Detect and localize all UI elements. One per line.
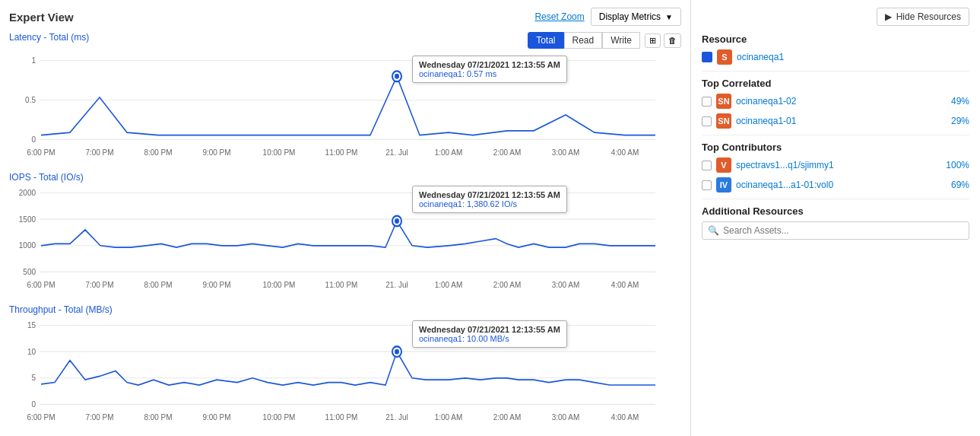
resource-section-header: Resource [702,33,969,45]
svg-text:10: 10 [27,346,36,356]
additional-resources-header: Additional Resources [702,205,969,217]
svg-text:3:00 AM: 3:00 AM [552,412,580,422]
svg-text:0: 0 [31,399,36,409]
reset-zoom-button[interactable]: Reset Zoom [534,11,584,22]
throughput-chart-title: Throughput - Total (MB/s) [9,304,681,315]
svg-text:3:00 AM: 3:00 AM [552,147,580,157]
hide-resources-button[interactable]: ▶ Hide Resources [877,8,969,26]
contrib-badge-0: V [716,158,731,173]
corr-pct-1: 29% [951,116,969,126]
copy-button[interactable]: ⊞ [645,33,661,48]
search-icon: 🔍 [708,225,719,236]
top-correlated-header: Top Correlated [702,78,969,89]
svg-text:11:00 PM: 11:00 PM [325,147,358,157]
display-metrics-button[interactable]: Display Metrics ▼ [591,8,681,26]
svg-text:2:00 AM: 2:00 AM [493,412,522,422]
contrib-pct-0: 100% [946,160,969,170]
tab-read[interactable]: Read [564,32,603,49]
svg-text:21. Jul: 21. Jul [385,412,408,422]
svg-text:11:00 PM: 11:00 PM [325,279,358,289]
svg-point-60 [395,349,399,355]
contrib-link-0[interactable]: spectravs1...q1/sjimmy1 [736,160,834,170]
latency-chart-title: Latency - Total (ms) [9,32,89,43]
svg-text:9:00 PM: 9:00 PM [202,279,230,289]
svg-text:2:00 AM: 2:00 AM [493,279,522,289]
svg-text:1:00 AM: 1:00 AM [435,147,463,157]
corr-link-0[interactable]: ocinaneqa1-02 [736,96,796,107]
corr-badge-1: SN [716,113,731,129]
svg-text:4:00 AM: 4:00 AM [611,279,639,289]
svg-text:7:00 PM: 7:00 PM [85,412,113,422]
iops-chart-title: IOPS - Total (IO/s) [9,172,681,183]
display-metrics-label: Display Metrics [599,11,661,22]
svg-text:7:00 PM: 7:00 PM [85,147,113,157]
svg-text:2000: 2000 [19,187,36,197]
corr-checkbox-0[interactable] [702,97,712,107]
contrib-checkbox-1[interactable] [702,180,712,190]
chevron-down-icon: ▼ [665,13,673,21]
svg-text:1500: 1500 [19,214,36,224]
svg-text:10:00 PM: 10:00 PM [263,279,296,289]
play-icon: ▶ [885,11,892,22]
svg-text:5: 5 [31,373,36,383]
tab-total[interactable]: Total [528,32,563,49]
tab-write[interactable]: Write [602,32,640,49]
svg-text:10:00 PM: 10:00 PM [263,412,296,422]
svg-text:0: 0 [31,134,36,144]
corr-checkbox-1[interactable] [702,116,712,126]
hide-resources-label: Hide Resources [896,11,961,22]
svg-text:3:00 AM: 3:00 AM [552,279,580,289]
svg-text:15: 15 [27,320,36,329]
svg-text:0.5: 0.5 [25,94,36,104]
resource-badge-s: S [717,49,732,65]
top-contributors-header: Top Contributors [702,142,969,153]
resource-color-square [702,52,712,62]
contrib-badge-1: IV [716,177,731,193]
svg-point-18 [395,74,399,79]
contrib-link-1[interactable]: ocinaneqa1...a1-01:vol0 [736,180,833,190]
svg-text:4:00 AM: 4:00 AM [611,147,639,157]
corr-badge-0: SN [716,94,731,109]
svg-text:4:00 AM: 4:00 AM [611,412,639,422]
svg-point-39 [395,218,399,224]
svg-text:11:00 PM: 11:00 PM [325,412,358,422]
svg-text:8:00 PM: 8:00 PM [144,412,172,422]
svg-text:8:00 PM: 8:00 PM [144,147,172,157]
delete-button[interactable]: 🗑 [664,33,681,48]
svg-text:8:00 PM: 8:00 PM [144,279,172,289]
contrib-pct-1: 69% [951,180,969,190]
svg-text:500: 500 [23,266,36,276]
search-assets-input[interactable] [723,225,963,236]
svg-text:7:00 PM: 7:00 PM [85,279,113,289]
svg-text:9:00 PM: 9:00 PM [202,147,230,157]
corr-pct-0: 49% [951,96,969,107]
corr-link-1[interactable]: ocinaneqa1-01 [736,116,796,126]
svg-text:10:00 PM: 10:00 PM [263,147,296,157]
svg-text:1000: 1000 [19,240,36,250]
svg-text:9:00 PM: 9:00 PM [202,412,230,422]
contrib-checkbox-0[interactable] [702,161,712,170]
resource-link[interactable]: ocinaneqa1 [737,52,784,62]
svg-text:21. Jul: 21. Jul [385,147,408,157]
svg-text:2:00 AM: 2:00 AM [493,147,522,157]
svg-text:1:00 AM: 1:00 AM [435,279,463,289]
page-title: Expert View [9,11,74,24]
svg-text:6:00 PM: 6:00 PM [27,147,55,157]
svg-text:1: 1 [31,55,36,65]
svg-text:21. Jul: 21. Jul [385,279,408,289]
svg-text:6:00 PM: 6:00 PM [27,412,55,422]
svg-text:1:00 AM: 1:00 AM [435,412,463,422]
svg-text:6:00 PM: 6:00 PM [27,279,55,289]
